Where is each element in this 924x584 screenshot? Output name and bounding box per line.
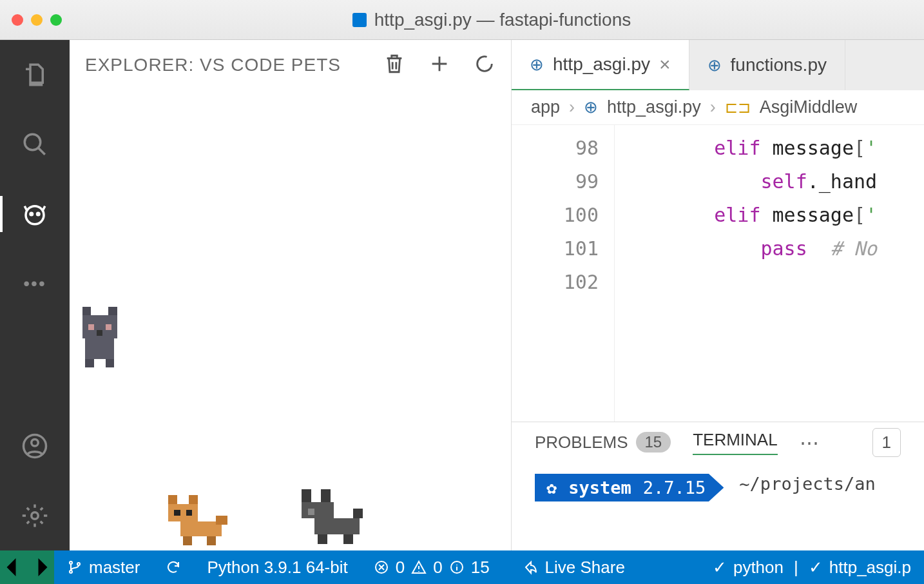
window-controls — [12, 14, 62, 26]
python-icon: ⊕ — [707, 55, 722, 75]
problems-status-button[interactable]: 0 0 15 — [361, 558, 503, 578]
code-editor[interactable]: 9899100101102 elif message[' self._hand … — [512, 125, 924, 422]
svg-rect-29 — [308, 509, 314, 515]
maximize-window-button[interactable] — [50, 14, 62, 26]
svg-rect-24 — [183, 536, 192, 545]
pet-cat-gray[interactable] — [73, 306, 131, 371]
svg-rect-21 — [186, 510, 192, 516]
breadcrumb-folder[interactable]: app — [531, 97, 560, 117]
python-icon: ⊕ — [530, 55, 544, 75]
status-right-python[interactable]: ✓ python | ✓ http_asgi.p — [700, 558, 924, 578]
delete-pet-button[interactable] — [383, 53, 405, 77]
panel-more-button[interactable]: ⋯ — [800, 431, 819, 454]
code-content[interactable]: elif message[' self._hand elif message['… — [615, 125, 877, 422]
trash-icon — [383, 53, 405, 75]
svg-point-34 — [70, 561, 72, 564]
live-share-icon — [523, 560, 539, 575]
pets-view-button[interactable] — [19, 199, 50, 229]
ellipsis-icon: ••• — [23, 273, 46, 294]
search-view-button[interactable] — [19, 129, 50, 160]
svg-rect-14 — [85, 338, 114, 359]
svg-rect-13 — [97, 330, 102, 336]
window-title: http_asgi.py — fastapi-functions — [71, 10, 912, 30]
svg-rect-27 — [321, 489, 331, 502]
activity-bar: ••• — [0, 40, 70, 550]
breadcrumb-symbol[interactable]: AsgiMiddlew — [760, 97, 858, 117]
info-icon — [449, 560, 465, 575]
svg-rect-31 — [353, 509, 363, 518]
editor-group: ⊕ http_asgi.py × ⊕ functions.py app › ⊕ … — [512, 40, 924, 550]
svg-rect-18 — [189, 495, 198, 504]
svg-point-7 — [477, 57, 492, 72]
check-icon: ✓ — [809, 558, 823, 578]
svg-point-35 — [70, 570, 72, 573]
close-tab-button[interactable]: × — [659, 54, 671, 75]
error-icon — [374, 560, 389, 575]
tab-label: http_asgi.py — [553, 54, 650, 75]
breadcrumb[interactable]: app › ⊕ http_asgi.py › ⊏⊐ AsgiMiddlew — [512, 90, 924, 125]
minimize-window-button[interactable] — [31, 14, 43, 26]
spinner-icon — [474, 53, 496, 75]
problems-count-badge: 15 — [636, 432, 671, 453]
class-icon: ⊏⊐ — [725, 99, 751, 117]
account-icon — [21, 433, 48, 460]
pet-fox[interactable] — [162, 492, 233, 550]
chevron-right-icon: › — [710, 97, 716, 117]
close-window-button[interactable] — [12, 14, 23, 26]
terminal-tab[interactable]: TERMINAL — [693, 430, 777, 455]
python-icon: ⊕ — [584, 97, 598, 117]
svg-rect-9 — [108, 307, 117, 316]
breadcrumb-file[interactable]: http_asgi.py — [607, 97, 701, 117]
svg-rect-19 — [168, 504, 198, 522]
terminal-selector[interactable]: 1 — [872, 428, 901, 457]
vscode-icon — [352, 13, 367, 27]
terminal-cwd: ~/projects/an — [739, 474, 875, 494]
clover-icon: ✿ — [546, 478, 557, 498]
tab-http-asgi[interactable]: ⊕ http_asgi.py × — [512, 40, 689, 90]
branch-icon — [67, 560, 82, 575]
terminal[interactable]: ✿ system 2.7.15 ~/projects/an — [512, 462, 924, 550]
chevron-right-icon: › — [569, 97, 575, 117]
more-views-button[interactable]: ••• — [19, 268, 50, 299]
status-bar: master Python 3.9.1 64-bit 0 0 15 Live S… — [0, 550, 924, 584]
svg-rect-33 — [343, 534, 353, 544]
problems-tab[interactable]: PROBLEMS 15 — [535, 432, 671, 453]
svg-rect-17 — [168, 495, 177, 504]
svg-rect-25 — [207, 536, 216, 545]
search-icon — [21, 131, 48, 158]
sync-icon — [166, 560, 181, 575]
svg-point-6 — [32, 512, 39, 520]
svg-rect-11 — [88, 324, 94, 330]
settings-button[interactable] — [19, 500, 50, 531]
svg-rect-8 — [82, 307, 91, 316]
sync-button[interactable] — [153, 560, 194, 575]
svg-point-36 — [77, 563, 80, 565]
svg-rect-26 — [302, 489, 311, 502]
pet-icon — [21, 200, 48, 228]
main-area: ••• EXPLORER: VS CODE PETS — [0, 40, 924, 550]
svg-rect-15 — [85, 359, 94, 368]
check-icon: ✓ — [713, 558, 727, 578]
remote-button[interactable] — [0, 550, 54, 584]
add-pet-button[interactable] — [428, 53, 450, 77]
explorer-header: EXPLORER: VS CODE PETS — [70, 40, 511, 90]
editor-tabs: ⊕ http_asgi.py × ⊕ functions.py — [512, 40, 924, 90]
tab-label: functions.py — [731, 55, 827, 75]
live-share-button[interactable]: Live Share — [510, 558, 638, 578]
tab-functions[interactable]: ⊕ functions.py — [689, 40, 845, 90]
svg-rect-22 — [180, 521, 222, 536]
git-branch-button[interactable]: master — [54, 558, 153, 578]
warning-icon — [411, 560, 427, 575]
svg-point-1 — [26, 206, 44, 224]
python-interpreter-button[interactable]: Python 3.9.1 64-bit — [194, 558, 360, 578]
svg-rect-12 — [106, 324, 111, 330]
explorer-view-button[interactable] — [19, 59, 50, 90]
pets-canvas[interactable] — [70, 90, 511, 550]
panel-tabs: PROBLEMS 15 TERMINAL ⋯ 1 — [512, 422, 924, 462]
gear-icon — [21, 502, 48, 529]
titlebar: http_asgi.py — fastapi-functions — [0, 0, 924, 40]
svg-point-0 — [24, 134, 41, 150]
svg-point-3 — [37, 213, 40, 215]
pet-dog-gray[interactable] — [295, 486, 372, 550]
accounts-button[interactable] — [19, 431, 50, 462]
